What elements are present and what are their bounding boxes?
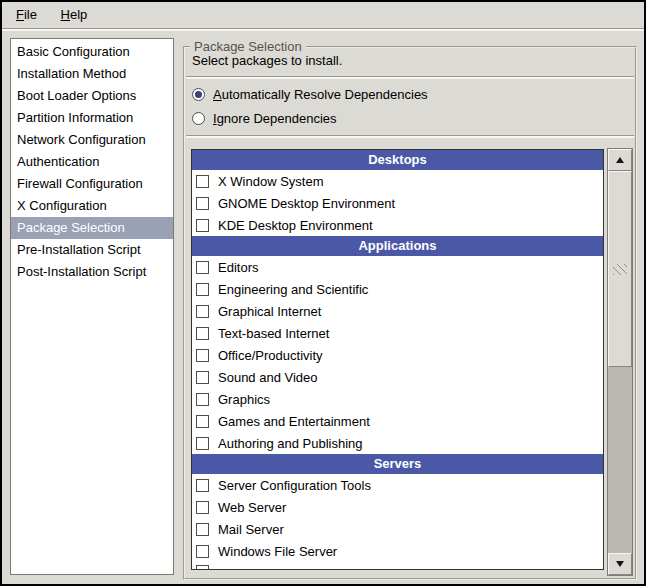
package-label: Authoring and Publishing <box>218 436 363 451</box>
package-label: Windows File Server <box>218 544 337 559</box>
checkbox-icon[interactable] <box>196 415 209 428</box>
radio-unselected-icon[interactable] <box>192 112 205 125</box>
package-list-viewport: DesktopsX Window SystemGNOME Desktop Env… <box>191 149 604 570</box>
package-label: Office/Productivity <box>218 348 323 363</box>
menu-help[interactable]: Help <box>59 2 90 28</box>
checkbox-icon[interactable] <box>196 305 209 318</box>
package-label: KDE Desktop Environment <box>218 218 373 233</box>
checkbox-icon[interactable] <box>196 479 209 492</box>
arrow-up-icon <box>616 157 624 163</box>
kickstart-configurator-window: File Help Basic ConfigurationInstallatio… <box>0 0 646 586</box>
package-row-partial[interactable] <box>192 562 603 570</box>
sidebar-item-package-selection[interactable]: Package Selection <box>11 217 173 239</box>
checkbox-icon[interactable] <box>196 349 209 362</box>
thumb-grip-icon <box>613 264 627 275</box>
separator <box>186 76 634 79</box>
sidebar-item-basic-configuration[interactable]: Basic Configuration <box>11 41 173 63</box>
vertical-scrollbar[interactable] <box>607 148 633 576</box>
package-row-editors[interactable]: Editors <box>192 256 603 278</box>
package-label: Mail Server <box>218 522 284 537</box>
package-row-web-server[interactable]: Web Server <box>192 496 603 518</box>
package-row-sound-and-video[interactable]: Sound and Video <box>192 366 603 388</box>
sidebar-item-network-configuration[interactable]: Network Configuration <box>11 129 173 151</box>
package-row-windows-file-server[interactable]: Windows File Server <box>192 540 603 562</box>
checkbox-icon[interactable] <box>196 175 209 188</box>
scroll-up-button[interactable] <box>608 149 632 171</box>
radio-automatically-resolve-dependencies[interactable]: Automatically Resolve Dependencies <box>192 84 428 104</box>
package-label: Sound and Video <box>218 370 318 385</box>
checkbox-icon[interactable] <box>196 219 209 232</box>
package-label: Games and Entertainment <box>218 414 370 429</box>
checkbox-icon[interactable] <box>196 523 209 536</box>
checkbox-icon[interactable] <box>196 371 209 384</box>
sidebar-item-installation-method[interactable]: Installation Method <box>11 63 173 85</box>
menu-file[interactable]: File <box>14 2 39 28</box>
package-label: Engineering and Scientific <box>218 282 368 297</box>
group-header-applications: Applications <box>192 236 603 256</box>
checkbox-icon[interactable] <box>196 393 209 406</box>
package-label: GNOME Desktop Environment <box>218 196 395 211</box>
package-label: Graphical Internet <box>218 304 321 319</box>
package-row-graphical-internet[interactable]: Graphical Internet <box>192 300 603 322</box>
package-row-graphics[interactable]: Graphics <box>192 388 603 410</box>
package-label: X Window System <box>218 174 323 189</box>
package-row-gnome-desktop-environment[interactable]: GNOME Desktop Environment <box>192 192 603 214</box>
package-selection-frame: Package Selection Select packages to ins… <box>183 46 637 580</box>
group-header-desktops: Desktops <box>192 150 603 170</box>
checkbox-icon[interactable] <box>196 197 209 210</box>
checkbox-icon[interactable] <box>196 327 209 340</box>
package-label: Server Configuration Tools <box>218 478 371 493</box>
scrollbar-thumb[interactable] <box>608 171 632 367</box>
package-row-server-configuration-tools[interactable]: Server Configuration Tools <box>192 474 603 496</box>
radio-label: Ignore Dependencies <box>213 111 337 126</box>
package-label: Graphics <box>218 392 270 407</box>
instruction-text: Select packages to install. <box>192 53 342 68</box>
package-row-text-based-internet[interactable]: Text-based Internet <box>192 322 603 344</box>
package-row-games-and-entertainment[interactable]: Games and Entertainment <box>192 410 603 432</box>
checkbox-icon[interactable] <box>196 545 209 558</box>
group-header-servers: Servers <box>192 454 603 474</box>
package-row-mail-server[interactable]: Mail Server <box>192 518 603 540</box>
package-label: Web Server <box>218 500 286 515</box>
sidebar-item-x-configuration[interactable]: X Configuration <box>11 195 173 217</box>
sidebar-item-partition-information[interactable]: Partition Information <box>11 107 173 129</box>
menu-bar: File Help <box>2 2 644 28</box>
menubar-separator <box>2 28 644 31</box>
sidebar-item-pre-installation-script[interactable]: Pre-Installation Script <box>11 239 173 261</box>
radio-ignore-dependencies[interactable]: Ignore Dependencies <box>192 108 337 128</box>
arrow-down-icon <box>616 561 624 567</box>
package-list-container: DesktopsX Window SystemGNOME Desktop Env… <box>191 148 633 576</box>
radio-label: Automatically Resolve Dependencies <box>213 87 428 102</box>
checkbox-icon[interactable] <box>196 437 209 450</box>
checkbox-icon[interactable] <box>196 501 209 514</box>
section-listbox[interactable]: Basic ConfigurationInstallation MethodBo… <box>10 38 174 575</box>
package-row-authoring-and-publishing[interactable]: Authoring and Publishing <box>192 432 603 454</box>
sidebar-item-post-installation-script[interactable]: Post-Installation Script <box>11 261 173 283</box>
package-row-x-window-system[interactable]: X Window System <box>192 170 603 192</box>
scroll-down-button[interactable] <box>608 553 632 575</box>
radio-selected-icon[interactable] <box>192 88 205 101</box>
package-row-office-productivity[interactable]: Office/Productivity <box>192 344 603 366</box>
sidebar-item-firewall-configuration[interactable]: Firewall Configuration <box>11 173 173 195</box>
separator <box>186 135 634 138</box>
frame-title: Package Selection <box>190 39 306 54</box>
checkbox-icon[interactable] <box>196 565 209 570</box>
package-row-engineering-and-scientific[interactable]: Engineering and Scientific <box>192 278 603 300</box>
package-label: Text-based Internet <box>218 326 329 341</box>
checkbox-icon[interactable] <box>196 261 209 274</box>
sidebar-item-boot-loader-options[interactable]: Boot Loader Options <box>11 85 173 107</box>
package-row-kde-desktop-environment[interactable]: KDE Desktop Environment <box>192 214 603 236</box>
sidebar-item-authentication[interactable]: Authentication <box>11 151 173 173</box>
checkbox-icon[interactable] <box>196 283 209 296</box>
package-label: Editors <box>218 260 258 275</box>
